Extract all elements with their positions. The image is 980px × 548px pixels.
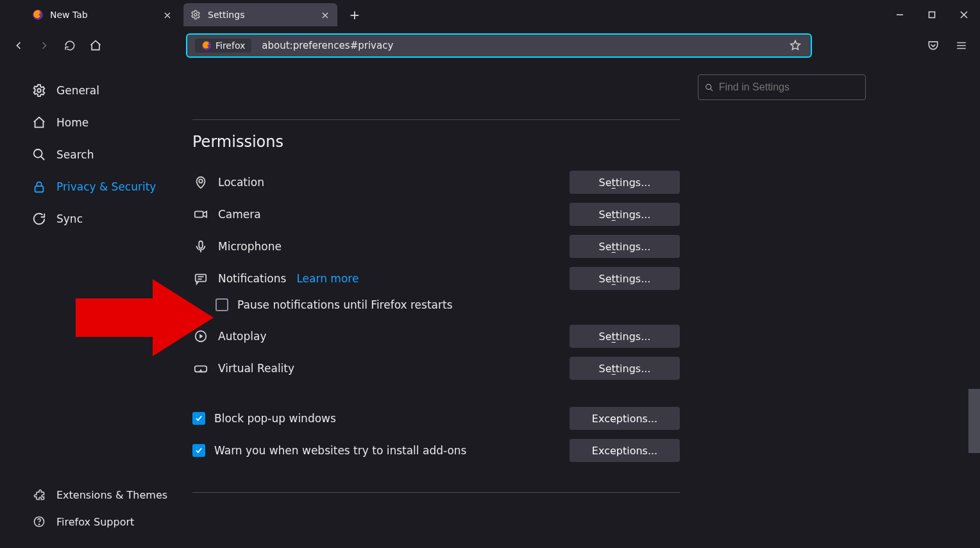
reload-button[interactable] <box>58 33 82 58</box>
permission-label: Notifications <box>218 272 286 285</box>
settings-button-vr[interactable]: Settings... <box>570 357 680 380</box>
lock-icon <box>32 180 46 194</box>
permission-row-microphone: Microphone Settings... <box>192 230 680 262</box>
sidebar-item-sync[interactable]: Sync <box>26 203 186 235</box>
home-button[interactable] <box>83 33 108 58</box>
notifications-icon <box>192 270 209 287</box>
settings-page: General Home Search Privacy & Security S… <box>0 62 980 548</box>
pocket-button[interactable] <box>921 33 945 58</box>
scrollbar-thumb[interactable] <box>968 389 980 453</box>
warn-addons-row: Warn you when websites try to install ad… <box>192 434 680 467</box>
permission-row-camera: Camera Settings... <box>192 198 680 230</box>
settings-button-microphone[interactable]: Settings... <box>570 235 680 258</box>
sidebar-item-general[interactable]: General <box>26 74 186 107</box>
camera-icon <box>192 206 209 223</box>
warn-addons-checkbox[interactable] <box>192 444 205 457</box>
svg-point-15 <box>39 524 40 525</box>
sidebar-item-privacy[interactable]: Privacy & Security <box>26 171 186 203</box>
pause-notifications-checkbox[interactable] <box>215 298 228 311</box>
window-controls <box>884 0 980 30</box>
svg-point-1 <box>194 13 197 16</box>
close-icon[interactable]: × <box>319 9 331 21</box>
gear-icon <box>32 83 46 98</box>
tab-label: New Tab <box>50 10 162 20</box>
search-icon <box>32 148 46 162</box>
pause-notifications-row: Pause notifications until Firefox restar… <box>192 295 680 320</box>
bookmark-star-icon[interactable] <box>789 39 807 52</box>
svg-rect-22 <box>196 275 207 282</box>
svg-point-11 <box>34 150 42 158</box>
block-popups-checkbox[interactable] <box>192 412 205 425</box>
app-menu-button[interactable] <box>949 33 974 58</box>
sidebar-item-search[interactable]: Search <box>26 139 186 171</box>
block-popups-row: Block pop-up windows Exceptions... <box>192 402 680 434</box>
pause-notifications-label: Pause notifications until Firefox restar… <box>237 298 453 311</box>
find-input[interactable] <box>719 81 859 93</box>
close-window-button[interactable] <box>948 0 980 30</box>
autoplay-icon <box>192 328 209 345</box>
settings-button-notifications[interactable]: Settings... <box>570 267 680 290</box>
find-in-settings[interactable] <box>698 74 866 100</box>
svg-point-16 <box>706 84 711 89</box>
url-text: about:preferences#privacy <box>255 40 789 51</box>
sidebar-item-support[interactable]: Firefox Support <box>26 508 186 535</box>
address-bar[interactable]: Firefox about:preferences#privacy <box>186 33 812 58</box>
microphone-icon <box>192 238 209 255</box>
permission-label: Virtual Reality <box>218 362 294 375</box>
maximize-button[interactable] <box>916 0 948 30</box>
svg-rect-19 <box>195 211 203 217</box>
tab-new-tab[interactable]: New Tab × <box>26 3 180 26</box>
settings-sidebar: General Home Search Privacy & Security S… <box>0 62 186 548</box>
sidebar-item-label: Extensions & Themes <box>56 489 167 501</box>
location-icon <box>192 174 209 191</box>
settings-main: Permissions Location Settings... Camera … <box>186 62 980 548</box>
sidebar-item-label: Search <box>56 148 94 161</box>
identity-box[interactable]: Firefox <box>195 39 251 53</box>
svg-line-12 <box>41 157 45 160</box>
new-tab-button[interactable]: + <box>345 5 364 24</box>
close-icon[interactable]: × <box>162 9 173 21</box>
permission-row-location: Location Settings... <box>192 166 680 198</box>
sidebar-item-label: Firefox Support <box>56 516 134 528</box>
exceptions-button-addons[interactable]: Exceptions... <box>570 439 680 462</box>
warn-addons-label: Warn you when websites try to install ad… <box>214 444 466 457</box>
settings-button-autoplay[interactable]: Settings... <box>570 325 680 348</box>
permission-label: Autoplay <box>218 330 266 343</box>
block-popups-label: Block pop-up windows <box>214 412 336 425</box>
learn-more-link[interactable]: Learn more <box>296 272 359 285</box>
permission-row-notifications: Notifications Learn more Settings... <box>192 262 680 295</box>
svg-line-17 <box>711 89 713 90</box>
svg-point-10 <box>37 89 41 92</box>
permission-label: Location <box>218 176 264 189</box>
sidebar-item-extensions[interactable]: Extensions & Themes <box>26 481 186 508</box>
vr-icon <box>192 360 209 377</box>
puzzle-icon <box>32 488 46 502</box>
section-heading-permissions: Permissions <box>192 133 680 151</box>
sidebar-item-label: Privacy & Security <box>56 180 156 193</box>
exceptions-button-popups[interactable]: Exceptions... <box>570 407 680 430</box>
permission-label: Microphone <box>218 240 282 253</box>
settings-button-camera[interactable]: Settings... <box>570 203 680 226</box>
permission-row-vr: Virtual Reality Settings... <box>192 352 680 384</box>
permission-label: Camera <box>218 208 261 221</box>
sync-icon <box>32 212 46 226</box>
search-icon <box>705 83 714 92</box>
svg-rect-20 <box>199 241 203 248</box>
settings-button-location[interactable]: Settings... <box>570 171 680 194</box>
minimize-button[interactable] <box>884 0 916 30</box>
forward-button[interactable] <box>32 33 56 58</box>
back-button[interactable] <box>6 33 31 58</box>
help-icon <box>32 515 46 529</box>
sidebar-item-label: Sync <box>56 212 83 225</box>
svg-rect-13 <box>35 186 44 192</box>
tab-label: Settings <box>208 10 319 20</box>
sidebar-item-home[interactable]: Home <box>26 107 186 139</box>
firefox-icon <box>32 9 44 21</box>
sidebar-item-label: Home <box>56 116 89 129</box>
svg-rect-3 <box>929 12 935 18</box>
navigation-toolbar: Firefox about:preferences#privacy <box>0 30 980 62</box>
identity-label: Firefox <box>215 40 245 51</box>
tab-strip: New Tab × Settings × + <box>0 0 980 30</box>
section-divider <box>192 492 680 493</box>
tab-settings[interactable]: Settings × <box>183 3 337 26</box>
